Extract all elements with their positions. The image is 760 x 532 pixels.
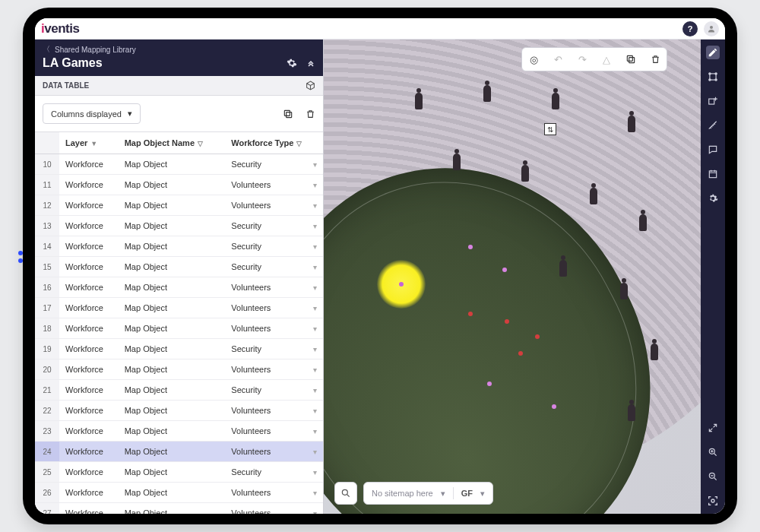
search-icon[interactable]: [334, 482, 357, 505]
table-row[interactable]: 18WorkforceMap ObjectVolunteers▾: [35, 318, 323, 339]
undo-icon[interactable]: ↶: [549, 51, 566, 68]
table-row[interactable]: 25WorkforceMap ObjectSecurity▾: [35, 462, 323, 483]
pencil-icon[interactable]: [706, 46, 720, 59]
trash-icon[interactable]: [647, 51, 663, 68]
expand-icon[interactable]: [706, 421, 720, 435]
cell-type[interactable]: Security▾: [225, 257, 323, 277]
columns-displayed-dropdown[interactable]: Columns displayed ▾: [43, 103, 141, 124]
target-icon[interactable]: ◎: [525, 51, 542, 68]
cell-layer[interactable]: Workforce: [59, 277, 119, 298]
data-table[interactable]: Layer▼ Map Object Name▽ Workforce Type▽ …: [35, 131, 323, 514]
cell-name[interactable]: Map Object: [119, 257, 226, 277]
cell-name[interactable]: Map Object: [119, 216, 226, 236]
cell-layer[interactable]: Workforce: [59, 298, 119, 318]
col-layer[interactable]: Layer▼: [59, 132, 119, 154]
cell-name[interactable]: Map Object: [119, 442, 226, 462]
redo-icon[interactable]: ↷: [574, 51, 591, 68]
cell-type[interactable]: Volunteers▾: [225, 442, 323, 462]
cube-icon[interactable]: [306, 81, 315, 90]
cell-layer[interactable]: Workforce: [59, 380, 119, 401]
cell-type[interactable]: Volunteers▾: [225, 503, 323, 515]
cell-layer[interactable]: Workforce: [59, 339, 119, 359]
map-marker[interactable]: [535, 334, 540, 339]
bounding-box-icon[interactable]: [706, 70, 720, 84]
zoom-out-icon[interactable]: [706, 470, 720, 483]
table-row[interactable]: 17WorkforceMap ObjectVolunteers▾: [35, 298, 323, 318]
cell-type[interactable]: Volunteers▾: [225, 277, 323, 298]
capture-icon[interactable]: [706, 494, 720, 508]
comment-icon[interactable]: [706, 143, 720, 157]
cell-name[interactable]: Map Object: [119, 154, 226, 175]
cell-layer[interactable]: Workforce: [59, 359, 119, 380]
cell-type[interactable]: Security▾: [225, 380, 323, 401]
cell-type[interactable]: Volunteers▾: [225, 195, 323, 216]
table-row[interactable]: 27WorkforceMap ObjectVolunteers▾: [35, 503, 323, 515]
warning-icon[interactable]: △: [598, 51, 615, 68]
table-row[interactable]: 13WorkforceMap ObjectSecurity▾: [35, 216, 323, 236]
table-row[interactable]: 26WorkforceMap ObjectVolunteers▾: [35, 483, 323, 503]
table-row[interactable]: 22WorkforceMap ObjectVolunteers▾: [35, 401, 323, 421]
table-row[interactable]: 16WorkforceMap ObjectVolunteers▾: [35, 277, 323, 298]
cell-name[interactable]: Map Object: [119, 401, 226, 421]
cell-type[interactable]: Volunteers▾: [225, 318, 323, 339]
cell-name[interactable]: Map Object: [119, 195, 226, 216]
cell-type[interactable]: Security▾: [225, 154, 323, 175]
copy-icon[interactable]: [283, 109, 293, 119]
zoom-in-icon[interactable]: [706, 445, 720, 459]
map-marker[interactable]: [505, 319, 509, 324]
cell-layer[interactable]: Workforce: [59, 175, 119, 195]
cell-type[interactable]: Volunteers▾: [225, 421, 323, 442]
cell-layer[interactable]: Workforce: [59, 236, 119, 257]
help-icon[interactable]: ?: [682, 21, 698, 36]
map-marker[interactable]: [468, 312, 473, 316]
cell-layer[interactable]: Workforce: [59, 442, 119, 462]
table-row[interactable]: 14WorkforceMap ObjectSecurity▾: [35, 236, 323, 257]
cell-name[interactable]: Map Object: [119, 503, 226, 515]
user-avatar-icon[interactable]: [704, 21, 719, 36]
add-shape-icon[interactable]: [706, 94, 720, 108]
sitemap-selector[interactable]: No sitemap here ▾ GF ▾: [363, 482, 493, 505]
breadcrumb[interactable]: 〈 Shared Mapping Library: [43, 44, 315, 55]
table-row[interactable]: 10WorkforceMap ObjectSecurity▾: [35, 154, 323, 175]
map-viewport[interactable]: ⇅ ◎ ↶ ↷ △: [324, 40, 701, 514]
table-row[interactable]: 15WorkforceMap ObjectSecurity▾: [35, 257, 323, 277]
cell-name[interactable]: Map Object: [119, 339, 226, 359]
cell-name[interactable]: Map Object: [119, 175, 226, 195]
cell-name[interactable]: Map Object: [119, 380, 226, 401]
cell-layer[interactable]: Workforce: [59, 503, 119, 515]
calendar-icon[interactable]: [706, 167, 720, 181]
trash-icon[interactable]: [306, 109, 315, 119]
cell-type[interactable]: Security▾: [225, 216, 323, 236]
table-row[interactable]: 12WorkforceMap ObjectVolunteers▾: [35, 195, 323, 216]
map-marker[interactable]: [468, 245, 473, 249]
cell-type[interactable]: Volunteers▾: [225, 175, 323, 195]
cell-layer[interactable]: Workforce: [59, 318, 119, 339]
cell-name[interactable]: Map Object: [119, 277, 226, 298]
cell-layer[interactable]: Workforce: [59, 462, 119, 483]
cell-layer[interactable]: Workforce: [59, 154, 119, 175]
cell-name[interactable]: Map Object: [119, 483, 226, 503]
cell-name[interactable]: Map Object: [119, 462, 226, 483]
cell-layer[interactable]: Workforce: [59, 216, 119, 236]
cell-layer[interactable]: Workforce: [59, 483, 119, 503]
map-marker[interactable]: [552, 404, 556, 409]
copy-icon[interactable]: [622, 51, 639, 68]
table-row[interactable]: 21WorkforceMap ObjectSecurity▾: [35, 380, 323, 401]
settings-gear-icon[interactable]: [706, 192, 720, 205]
col-name[interactable]: Map Object Name▽: [119, 132, 226, 154]
cell-type[interactable]: Security▾: [225, 236, 323, 257]
collapse-icon[interactable]: [306, 59, 315, 68]
cell-layer[interactable]: Workforce: [59, 421, 119, 442]
map-marker[interactable]: [487, 382, 492, 386]
table-row[interactable]: 11WorkforceMap ObjectVolunteers▾: [35, 175, 323, 195]
table-row[interactable]: 19WorkforceMap ObjectSecurity▾: [35, 339, 323, 359]
cell-layer[interactable]: Workforce: [59, 257, 119, 277]
cell-name[interactable]: Map Object: [119, 359, 226, 380]
table-row[interactable]: 24WorkforceMap ObjectVolunteers▾: [35, 442, 323, 462]
cell-type[interactable]: Security▾: [225, 339, 323, 359]
col-type[interactable]: Workforce Type▽: [225, 132, 323, 154]
cell-name[interactable]: Map Object: [119, 421, 226, 442]
table-row[interactable]: 23WorkforceMap ObjectVolunteers▾: [35, 421, 323, 442]
cell-name[interactable]: Map Object: [119, 298, 226, 318]
gear-icon[interactable]: [287, 58, 297, 68]
